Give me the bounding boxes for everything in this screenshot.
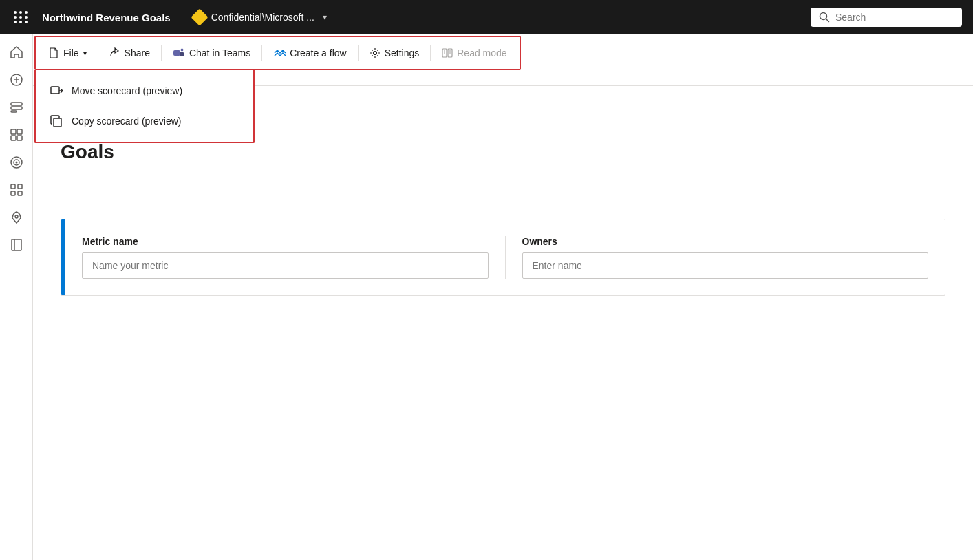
confidential-label[interactable]: Confidential\Microsoft ... ▾ [193, 11, 327, 23]
teams-icon [173, 47, 185, 59]
metric-content: Metric name Owners [65, 219, 945, 295]
app-title: Northwind Revenue Goals [42, 12, 171, 23]
svg-line-1 [826, 19, 829, 22]
sidebar-item-create[interactable] [4, 67, 29, 92]
copy-scorecard-label: Copy scorecard (preview) [72, 116, 182, 127]
read-mode-button[interactable]: Read mode [435, 43, 513, 63]
svg-rect-33 [54, 118, 61, 127]
toolbar-wrapper: File ▾ Share [33, 34, 973, 72]
metric-owners-label: Owners [522, 236, 929, 247]
page-title: Goals [61, 141, 945, 163]
svg-rect-8 [11, 129, 16, 134]
create-flow-button[interactable]: Create a flow [266, 43, 353, 63]
svg-point-21 [180, 49, 183, 52]
toolbar: File ▾ Share [34, 36, 521, 70]
svg-rect-6 [11, 107, 22, 109]
create-flow-icon [273, 47, 286, 59]
toolbar-divider-5 [430, 45, 431, 61]
toolbar-divider-4 [358, 45, 359, 61]
sidebar [0, 34, 33, 560]
file-dropdown: Move scorecard (preview) Copy scorecard … [34, 70, 255, 143]
svg-rect-7 [11, 111, 17, 112]
svg-rect-5 [11, 103, 22, 105]
svg-rect-15 [11, 191, 15, 195]
sidebar-item-home[interactable] [4, 40, 29, 65]
file-icon [48, 47, 59, 58]
svg-rect-20 [173, 50, 180, 56]
share-label: Share [125, 47, 150, 58]
confidential-text: Confidential\Microsoft ... [211, 12, 314, 23]
metric-owners-input[interactable] [522, 252, 929, 279]
svg-rect-14 [18, 184, 22, 189]
svg-rect-13 [11, 184, 15, 189]
sidebar-item-goals[interactable] [4, 150, 29, 175]
sidebar-item-launch[interactable] [4, 205, 29, 230]
svg-rect-10 [11, 136, 16, 140]
sidebar-item-book[interactable] [4, 233, 29, 257]
sidebar-item-hub[interactable] [4, 122, 29, 147]
file-chevron: ▾ [83, 50, 87, 57]
settings-label: Settings [385, 47, 420, 58]
svg-rect-16 [18, 191, 22, 195]
content-area: File ▾ Share [33, 34, 973, 560]
metric-field-divider [505, 236, 506, 279]
page-content: Goals Metric name Owners [33, 72, 973, 560]
main-layout: File ▾ Share [0, 34, 973, 560]
move-scorecard-label: Move scorecard (preview) [72, 85, 182, 96]
file-label: File [63, 47, 79, 58]
chevron-down-icon: ▾ [323, 12, 327, 22]
search-box[interactable] [811, 8, 962, 27]
settings-button[interactable]: Settings [363, 43, 427, 63]
share-button[interactable]: Share [103, 43, 157, 63]
svg-rect-9 [17, 129, 22, 134]
share-icon [109, 47, 120, 58]
topbar: Northwind Revenue Goals Confidential\Mic… [0, 0, 973, 34]
metric-name-input[interactable] [82, 252, 489, 279]
toolbar-divider-3 [261, 45, 262, 61]
metric-name-label: Metric name [82, 236, 489, 247]
chat-teams-button[interactable]: Chat in Teams [166, 43, 257, 63]
metric-name-field: Metric name [82, 236, 489, 279]
svg-rect-18 [12, 239, 21, 250]
settings-icon [370, 47, 381, 58]
svg-rect-31 [51, 87, 59, 94]
metric-area: Metric name Owners [61, 219, 945, 296]
topbar-divider [182, 9, 182, 25]
app-launcher-button[interactable] [11, 8, 31, 26]
toolbar-divider-2 [161, 45, 162, 61]
svg-rect-23 [442, 49, 447, 57]
read-mode-label: Read mode [457, 47, 506, 58]
svg-point-12 [15, 162, 17, 164]
copy-scorecard-icon [50, 114, 63, 128]
sidebar-item-apps[interactable] [4, 177, 29, 202]
create-flow-label: Create a flow [290, 47, 346, 58]
copy-scorecard-item[interactable]: Copy scorecard (preview) [36, 106, 253, 136]
move-scorecard-icon [50, 84, 63, 98]
read-mode-icon [442, 47, 453, 58]
move-scorecard-item[interactable]: Move scorecard (preview) [36, 76, 253, 106]
svg-point-17 [15, 215, 18, 218]
svg-rect-11 [17, 136, 22, 140]
sidebar-item-browse[interactable] [4, 95, 29, 120]
metric-owners-field: Owners [522, 236, 929, 279]
search-icon [819, 12, 830, 23]
chat-teams-label: Chat in Teams [189, 47, 250, 58]
svg-rect-24 [448, 49, 452, 57]
tag-icon [191, 8, 208, 25]
file-button[interactable]: File ▾ [41, 43, 94, 63]
svg-point-22 [373, 52, 376, 55]
toolbar-divider-1 [98, 45, 98, 61]
search-input[interactable] [835, 12, 945, 23]
